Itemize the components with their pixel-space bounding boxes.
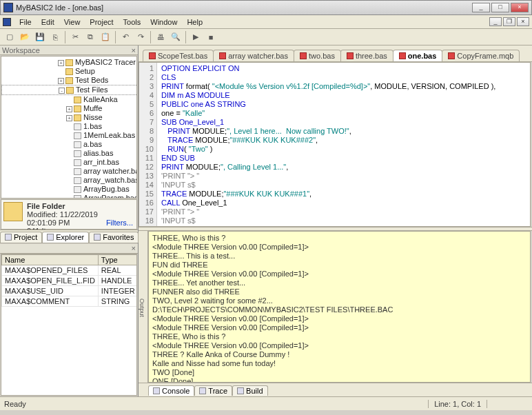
menu-window[interactable]: Window	[146, 17, 181, 28]
line-number: 2	[142, 73, 154, 82]
tree-node-label: a.bas	[83, 140, 102, 148]
mdi-close-button[interactable]: ×	[517, 17, 529, 26]
line-number: 11	[142, 154, 154, 163]
run-icon[interactable]: ▶	[189, 30, 203, 44]
line-number: 10	[142, 145, 154, 154]
save-icon[interactable]: 💾	[33, 30, 47, 44]
editor-tabs: ScopeTest.basarray watcher.bastwo.basthr…	[139, 45, 532, 62]
right-pane: ScopeTest.basarray watcher.bastwo.basthr…	[139, 45, 532, 396]
file-tree[interactable]: +MyBASIC2 TracerSetup+Test Beds-Test Fil…	[1, 56, 137, 199]
code-area[interactable]: OPTION EXPLICIT ONCLSPRINT format( "<Mod…	[157, 63, 530, 226]
editor-tab[interactable]: ScopeTest.bas	[143, 50, 214, 61]
output-console[interactable]: THREE, Who is this ?<Module THREE Versio…	[148, 231, 531, 383]
tree-node[interactable]: +Test Beds	[1, 76, 137, 85]
tree-node[interactable]: a.bas	[1, 140, 137, 149]
tab-trace-label: Trace	[208, 387, 227, 395]
mdi-restore-button[interactable]: ❐	[503, 17, 515, 26]
code-editor[interactable]: 1234567891011121314151617181920212223242…	[139, 62, 531, 227]
code-line: PRINT MODULE;", Level 1 here... Now call…	[161, 127, 526, 136]
close-button[interactable]: ×	[511, 3, 529, 12]
tab-explorer[interactable]: Explorer	[42, 232, 89, 243]
editor-tab[interactable]: two.bas	[294, 50, 341, 61]
tab-console[interactable]: Console	[148, 385, 194, 396]
tree-node[interactable]: 1.bas	[1, 122, 137, 131]
editor-tab[interactable]: three.bas	[340, 50, 393, 61]
expand-icon[interactable]: +	[66, 115, 72, 121]
output-line: <Module THREE Version v0.00 [Compiled=1]…	[152, 341, 526, 350]
mdi-doc-icon	[3, 18, 11, 26]
save-all-icon[interactable]: ⎘	[48, 30, 62, 44]
minimize-button[interactable]: _	[472, 3, 490, 12]
new-file-icon[interactable]: ▢	[3, 30, 17, 44]
tree-node[interactable]: Setup	[1, 67, 137, 76]
menu-tools[interactable]: Tools	[119, 17, 145, 28]
tree-node[interactable]: KalleAnka	[1, 95, 137, 104]
menu-edit[interactable]: Edit	[37, 17, 59, 28]
copy-icon[interactable]: ⧉	[83, 30, 97, 44]
editor-tab[interactable]: array watcher.bas	[213, 50, 294, 61]
tree-node[interactable]: ArrayBug.bas	[1, 185, 137, 194]
editor-tab-label: two.bas	[309, 52, 335, 60]
tree-node[interactable]: +Nisse	[1, 113, 137, 122]
tree-node[interactable]: arr_int.bas	[1, 158, 137, 167]
tree-node[interactable]: ArrayParam.bas	[1, 194, 137, 199]
editor-tab[interactable]: one.bas	[393, 50, 443, 61]
table-row[interactable]: MAXA$USE_UIDINTEGER1	[2, 285, 138, 296]
trace-icon	[199, 387, 206, 394]
tree-node-label: array watcher.bas	[83, 167, 137, 175]
code-line: DIM m AS MODULE	[161, 91, 526, 100]
menu-help[interactable]: Help	[183, 17, 207, 28]
table-row[interactable]: MAXA$OPEN_FILE_L.FIDHANDLE0x12345678	[2, 275, 138, 285]
file-icon	[74, 159, 81, 166]
tab-trace[interactable]: Trace	[194, 385, 232, 396]
mdi-minimize-button[interactable]: _	[489, 17, 502, 26]
editor-tab-label: CopyFrame.mqb	[457, 52, 513, 60]
menu-file[interactable]: File	[15, 17, 36, 28]
tree-node[interactable]: alias.bas	[1, 149, 137, 158]
code-line: PRINT format( "<Module %s Version v%1.2f…	[161, 82, 526, 91]
variables-grid[interactable]: Name Type Value MAXA$OPENED_FILESREAL1.2…	[1, 254, 137, 396]
editor-tab[interactable]: CopyFrame.mqb	[442, 50, 520, 61]
output-line: <Module THREE Version v0.00 [Compiled=1]…	[152, 314, 526, 323]
open-file-icon[interactable]: 📂	[18, 30, 32, 44]
find-icon[interactable]: 🔍	[169, 30, 183, 44]
expand-icon[interactable]: +	[66, 106, 72, 112]
output-line: ONE [Done]	[152, 377, 526, 383]
tree-node[interactable]: array watcher.bas	[1, 167, 137, 176]
tab-project[interactable]: Project	[0, 232, 42, 243]
maximize-button[interactable]: □	[491, 3, 509, 12]
tree-node[interactable]: -Test Files	[1, 85, 137, 95]
cut-icon[interactable]: ✂	[68, 30, 82, 44]
filters-link[interactable]: Filters...	[106, 219, 133, 227]
tree-node[interactable]: 1MemLeak.bas	[1, 131, 137, 140]
left-pane: Workspace × +MyBASIC2 TracerSetup+Test B…	[0, 45, 139, 396]
table-row[interactable]: MAXA$COMMENTSTRINGKalle Anka	[2, 296, 138, 306]
vars-close-icon[interactable]: ×	[132, 244, 136, 252]
col-type[interactable]: Type	[98, 254, 137, 265]
tab-build[interactable]: Build	[232, 385, 267, 396]
app-icon	[3, 3, 13, 12]
tree-node-label: 1.bas	[83, 122, 102, 130]
tree-node-label: Test Files	[76, 85, 108, 94]
file-icon	[74, 141, 81, 148]
expand-icon[interactable]: +	[58, 60, 64, 66]
tree-node[interactable]: +Muffe	[1, 104, 137, 113]
tree-node[interactable]: array_watch.bas	[1, 176, 137, 185]
table-row[interactable]: MAXA$OPENED_FILESREAL1.2	[2, 265, 138, 275]
code-line: RUN( "Two" )	[161, 145, 526, 154]
folder-info: File Folder Modified: 11/22/2019 02:01:0…	[1, 199, 137, 230]
stop-icon[interactable]: ■	[204, 30, 218, 44]
print-icon[interactable]: 🖶	[154, 30, 167, 44]
redo-icon[interactable]: ↷	[134, 30, 147, 44]
workspace-close-icon[interactable]: ×	[132, 46, 136, 54]
tab-favorites[interactable]: Favorites	[89, 232, 139, 243]
expand-icon[interactable]: +	[58, 78, 64, 84]
expand-icon[interactable]: -	[59, 88, 65, 94]
menu-project[interactable]: Project	[85, 17, 117, 28]
undo-icon[interactable]: ↶	[119, 30, 132, 44]
col-name[interactable]: Name	[2, 254, 99, 265]
paste-icon[interactable]: 📋	[99, 30, 112, 44]
console-icon	[153, 387, 160, 394]
menu-view[interactable]: View	[60, 17, 85, 28]
tree-node[interactable]: +MyBASIC2 Tracer	[1, 58, 137, 67]
